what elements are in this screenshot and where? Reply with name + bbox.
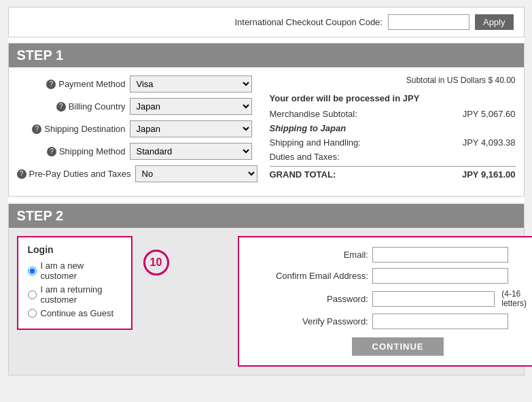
badge-10: 10 [143,250,169,275]
login-box: Login I am a new customer I am a returni… [17,236,132,330]
confirm-email-label: Confirm Email Address: [253,271,368,281]
order-note: Your order will be processed in JPY [270,93,516,103]
password-input[interactable] [372,291,495,307]
login-title: Login [28,244,122,255]
verify-password-input[interactable] [372,314,508,329]
shipping-row: Shipping and Handling: JPY 4,093.38 [270,137,516,148]
grand-total-label: GRAND TOTAL: [270,169,336,180]
order-summary: Subtotal in US Dollars $ 40.00 Your orde… [270,76,516,188]
duties-label: Duties and Taxes: [270,152,340,162]
password-hint: (4-16 letters) [501,289,532,308]
step1-section: STEP 1 ? Payment Method Visa Mastercard … [8,43,525,197]
radio-returning-customer: I am a returning customer [28,284,122,305]
merchandise-row: Merchandise Subtotal: JPY 5,067.60 [270,109,516,119]
shipping-destination-label: ? Shipping Destination [17,124,126,134]
radio-new-label: I am a new customer [41,261,122,281]
continue-btn-row: CONTINUE [253,337,532,356]
apply-button[interactable]: Apply [475,14,514,30]
payment-method-select[interactable]: Visa Mastercard Amex [130,76,252,93]
prepay-duties-select[interactable]: No Yes [135,165,258,182]
shipping-destination-row: ? Shipping Destination Japan USA UK [17,120,263,137]
step2-content: Login I am a new customer I am a returni… [9,228,524,375]
merchandise-value: JPY 5,067.60 [463,109,516,119]
billing-country-select[interactable]: Japan USA UK [130,98,252,115]
shipping-destination-select[interactable]: Japan USA UK [130,120,252,137]
step2-form-row: Email: Confirm Email Address: Password: … [180,236,533,367]
step2-right: Email: Confirm Email Address: Password: … [180,236,533,367]
shipping-method-help-icon[interactable]: ? [47,147,56,156]
step2-body: Login I am a new customer I am a returni… [17,236,516,367]
coupon-bar: International Checkout Coupon Code: Appl… [8,7,525,37]
shipping-label: Shipping and Handling: [270,137,361,148]
shipping-note: Shipping to Japan [270,123,516,133]
radio-guest-input[interactable] [28,309,37,318]
step1-header: STEP 1 [9,44,524,67]
coupon-label: International Checkout Coupon Code: [234,17,383,27]
password-label: Password: [253,294,368,304]
step1-form: ? Payment Method Visa Mastercard Amex ? … [17,76,263,188]
email-label: Email: [253,250,368,260]
email-row: Email: [253,247,532,263]
billing-country-label: ? Billing Country [17,101,126,112]
shipping-method-label: ? Shipping Method [17,146,126,156]
verify-password-label: Verify Password: [253,316,368,326]
confirm-email-row: Confirm Email Address: [253,268,532,284]
email-input[interactable] [372,247,508,263]
radio-new-input[interactable] [28,267,37,275]
radio-returning-input[interactable] [28,290,37,299]
prepay-help-icon[interactable]: ? [17,169,26,179]
password-row: Password: (4-16 letters) [253,289,532,308]
verify-password-row: Verify Password: [253,314,532,329]
shipping-dest-help-icon[interactable]: ? [32,124,41,134]
payment-method-row: ? Payment Method Visa Mastercard Amex [17,76,263,93]
grand-total-value: JPY 9,161.00 [462,169,516,180]
payment-method-label: ? Payment Method [17,79,126,89]
prepay-duties-label: ? Pre-Pay Duties and Taxes [17,169,131,179]
email-form-area: Email: Confirm Email Address: Password: … [238,236,532,367]
billing-help-icon[interactable]: ? [56,102,66,112]
duties-row: Duties and Taxes: [270,152,516,162]
payment-help-icon[interactable]: ? [46,80,56,89]
step1-grid: ? Payment Method Visa Mastercard Amex ? … [17,76,516,188]
step1-content: ? Payment Method Visa Mastercard Amex ? … [9,67,524,196]
radio-new-customer: I am a new customer [28,261,122,281]
confirm-email-input[interactable] [372,268,508,284]
billing-country-row: ? Billing Country Japan USA UK [17,98,263,115]
merchandise-label: Merchandise Subtotal: [270,109,357,119]
grand-total-row: GRAND TOTAL: JPY 9,161.00 [270,166,516,180]
step2-header: STEP 2 [9,204,524,228]
step2-section: STEP 2 Login I am a new customer I am a … [8,203,525,375]
shipping-method-row: ? Shipping Method Standard Express [17,143,263,160]
prepay-duties-row: ? Pre-Pay Duties and Taxes No Yes [17,165,263,182]
shipping-value: JPY 4,093.38 [463,137,516,148]
shipping-method-select[interactable]: Standard Express [130,143,252,160]
radio-returning-label: I am a returning customer [41,284,122,305]
coupon-input[interactable] [388,14,469,30]
subtotal-header: Subtotal in US Dollars $ 40.00 [270,76,516,88]
radio-guest-label: Continue as Guest [41,308,114,318]
continue-button[interactable]: CONTINUE [352,337,444,356]
radio-guest: Continue as Guest [28,308,122,318]
